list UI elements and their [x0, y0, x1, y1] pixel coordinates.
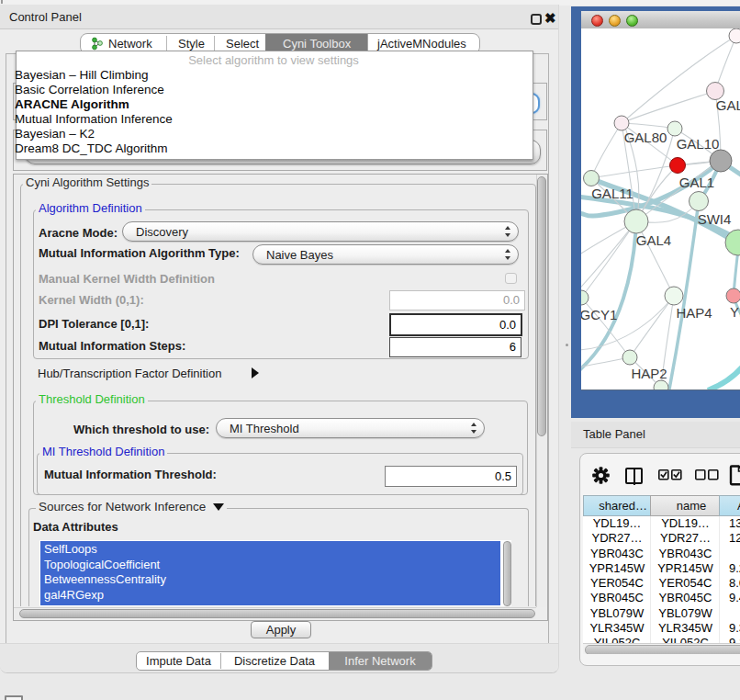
svg-text:GAL80: GAL80: [624, 130, 667, 145]
svg-text:GAL1: GAL1: [679, 175, 714, 190]
svg-text:GAL2: GAL2: [716, 97, 740, 113]
svg-text:GAL10: GAL10: [677, 136, 720, 152]
svg-text:HAP2: HAP2: [631, 366, 667, 381]
svg-text:GAL11: GAL11: [591, 186, 633, 201]
svg-text:YB: YB: [730, 304, 740, 320]
svg-text:SWI4: SWI4: [698, 211, 732, 227]
svg-text:HAP4: HAP4: [676, 305, 712, 321]
svg-text:GCY1: GCY1: [581, 307, 617, 322]
svg-text:GAL4: GAL4: [636, 232, 671, 248]
